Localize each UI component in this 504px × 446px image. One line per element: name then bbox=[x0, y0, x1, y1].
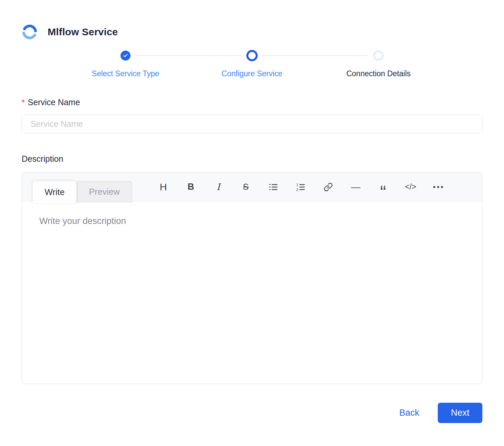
horizontal-rule-icon[interactable]: — bbox=[348, 180, 363, 194]
page: Mlflow Service Select Service Type Confi… bbox=[0, 0, 504, 436]
link-icon[interactable] bbox=[321, 180, 336, 194]
description-textarea[interactable] bbox=[22, 201, 482, 384]
page-title: Mlflow Service bbox=[48, 26, 118, 38]
more-options-icon[interactable]: ••• bbox=[431, 180, 445, 194]
service-name-label: * Service Name bbox=[22, 98, 482, 107]
editor-toolbar-bar: Write Preview H B I S bbox=[22, 173, 482, 201]
app-header: Mlflow Service bbox=[22, 24, 482, 40]
step-label-configure-service: Configure Service bbox=[222, 69, 283, 78]
wizard-stepper: Select Service Type Configure Service Co… bbox=[62, 50, 442, 78]
mlflow-logo-icon bbox=[22, 24, 38, 40]
description-label-text: Description bbox=[22, 154, 63, 164]
service-name-label-text: Service Name bbox=[28, 98, 80, 107]
bullet-list-icon[interactable] bbox=[266, 180, 281, 194]
step-configure-service: Configure Service bbox=[189, 50, 315, 78]
footer-actions: Back Next bbox=[22, 403, 482, 423]
editor-tabs: Write Preview bbox=[33, 181, 132, 201]
step-completed-indicator bbox=[121, 51, 130, 61]
quote-icon[interactable]: “ bbox=[376, 184, 390, 199]
heading-icon[interactable]: H bbox=[156, 180, 171, 194]
italic-icon[interactable]: I bbox=[211, 180, 226, 194]
description-markdown-editor: Write Preview H B I S bbox=[22, 172, 482, 384]
required-asterisk: * bbox=[22, 98, 25, 107]
bold-icon[interactable]: B bbox=[183, 180, 198, 194]
step-indicator-wrap bbox=[246, 50, 258, 61]
editor-body bbox=[22, 201, 482, 384]
tab-preview[interactable]: Preview bbox=[77, 181, 132, 202]
numbered-list-icon[interactable]: 1 2 bbox=[293, 180, 308, 194]
tab-write[interactable]: Write bbox=[33, 181, 77, 203]
check-icon bbox=[123, 53, 128, 58]
editor-toolbar: H B I S 1 2 bbox=[132, 173, 482, 201]
step-indicator-wrap bbox=[121, 50, 130, 61]
service-name-input[interactable] bbox=[22, 114, 482, 133]
step-select-service-type: Select Service Type bbox=[62, 50, 189, 78]
svg-text:1: 1 bbox=[296, 182, 298, 186]
step-label-select-service-type: Select Service Type bbox=[92, 69, 159, 78]
step-connection-details: Connection Details bbox=[315, 50, 442, 78]
next-button[interactable]: Next bbox=[438, 403, 482, 423]
step-pending-indicator bbox=[374, 51, 383, 61]
svg-text:2: 2 bbox=[296, 187, 298, 191]
description-label: Description bbox=[22, 154, 482, 164]
step-indicator-wrap bbox=[374, 50, 383, 61]
code-icon[interactable]: </> bbox=[403, 180, 418, 194]
step-label-connection-details: Connection Details bbox=[346, 69, 410, 78]
step-active-indicator bbox=[246, 50, 258, 61]
back-button[interactable]: Back bbox=[399, 408, 419, 418]
strikethrough-icon[interactable]: S bbox=[238, 180, 253, 194]
